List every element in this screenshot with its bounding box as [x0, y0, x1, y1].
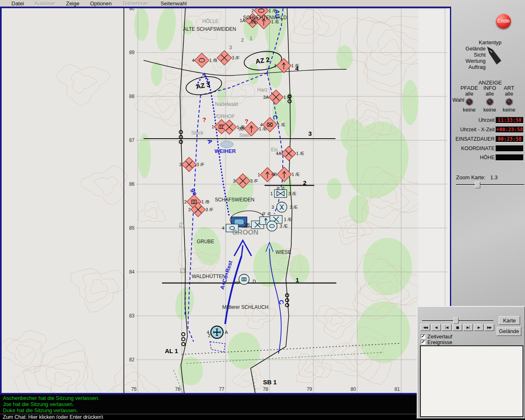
unit-designation: 2	[251, 8, 254, 13]
map-window[interactable]: 9089888786858483827576777879808121 /E1A1…	[0, 7, 452, 395]
unit-designation: 1	[258, 172, 260, 177]
map-label: 3	[308, 130, 312, 137]
anzeige-col-title: INFO	[480, 85, 500, 91]
zoom-karte-value: 1.3	[490, 174, 498, 180]
grid-row-label: 88	[129, 94, 135, 99]
chat-message: Joe hat die Sitzung verlassen.	[0, 401, 417, 407]
map-label: ?	[202, 116, 206, 123]
anzeige-keine-label: keine	[499, 107, 519, 113]
map-label: WIESE	[276, 249, 292, 255]
stop-button[interactable]: ■	[452, 324, 462, 331]
step-forward-button[interactable]: ▶|	[463, 324, 473, 331]
unit-designation: 1 /E	[283, 95, 292, 100]
anzeige-alle-label: alle	[480, 91, 500, 97]
unit-designation: 3 /F	[196, 162, 204, 167]
timeline-slider-thumb[interactable]	[453, 317, 459, 324]
anzeige-column-pfade: PFADEallekeine	[459, 85, 479, 113]
step-back-button[interactable]: |◀	[442, 324, 452, 331]
grid-col-label: 77	[219, 386, 225, 392]
map-label: WALDHÜTTEN	[192, 274, 226, 279]
unit-designation: 1 /E	[284, 217, 292, 222]
kartentyp-option-wertung[interactable]: Wertung	[451, 58, 486, 64]
unit-designation: 2	[188, 207, 191, 212]
display-row-uhrzeit: Uhrzeit11:33:58	[451, 117, 525, 123]
kartentyp-option-sicht[interactable]: Sicht	[451, 52, 486, 58]
rewind-button[interactable]: ◀◀	[420, 324, 430, 331]
rotary-knob-icon[interactable]	[505, 98, 514, 106]
karte-button[interactable]: Karte	[499, 316, 520, 325]
map-label: 2	[303, 179, 306, 186]
grid-row-label: 89	[129, 50, 135, 55]
anzeige-alle-label: alle	[499, 91, 519, 97]
kartentyp-option-auftrag[interactable]: Auftrag	[451, 64, 486, 70]
rotary-knob-icon[interactable]	[465, 98, 474, 106]
menu-item-zeige[interactable]: Zeige	[66, 0, 80, 7]
map-label: GRUBE	[197, 239, 215, 244]
anzeige-keine-label: keine	[480, 107, 500, 113]
zoom-slider-track	[456, 184, 524, 185]
menu-item-seitenwahl[interactable]: Seitenwahl	[160, 0, 187, 7]
checkbox-ereignisse[interactable]: Ereignisse	[421, 340, 452, 345]
unit-designation: 3B	[244, 222, 250, 227]
menu-item-optionen[interactable]: Optionen	[90, 0, 112, 7]
display-row-einsatzdauer: EINSATZDAUER00:23:58	[451, 136, 525, 142]
map-label: Nadelwald	[215, 101, 238, 107]
zoom-karte-row: Zoom Karte: 1.3	[456, 174, 498, 180]
map-label: GROON	[232, 228, 258, 236]
map-label: D	[253, 279, 256, 284]
zoom-karte-slider[interactable]	[456, 182, 524, 188]
grid-row-label: 86	[129, 181, 135, 187]
ende-button[interactable]: Ende	[496, 14, 511, 29]
display-label: Uhrzeit	[478, 117, 495, 123]
chat-log[interactable]: Aschenbecher hat die Sitzung verlassen.J…	[0, 395, 417, 414]
grid-row-label: 84	[129, 269, 135, 275]
kartentyp-option-gelnde[interactable]: Gelände	[451, 46, 486, 52]
unit-designation: A	[225, 330, 228, 335]
display-value: 00:23:58	[495, 136, 524, 142]
checkbox-box[interactable]	[421, 334, 425, 339]
fast-forward-button[interactable]: ▶▶	[484, 324, 494, 331]
unit-designation: 3	[272, 205, 274, 210]
display-label: KOORDINATE	[461, 146, 495, 151]
display-value: +00:23:58	[495, 126, 524, 133]
zoom-slider-thumb[interactable]	[475, 182, 480, 188]
map-label: VORHOF	[214, 114, 235, 119]
unit-designation: 3 /E	[290, 205, 298, 210]
unit-designation: 3 /E	[280, 224, 288, 228]
lake-weiher	[220, 141, 233, 148]
rotary-knob-icon[interactable]	[486, 98, 494, 106]
map-label: xo	[234, 280, 239, 285]
map-label: Mittlerer SCHLAUCH	[222, 304, 269, 310]
map-label: 1	[249, 35, 252, 41]
unit-designation: 1 /E	[277, 122, 285, 127]
checkbox-zeitverlauf[interactable]: Zeitverlauf	[421, 334, 452, 339]
zoom-karte-label: Zoom Karte:	[456, 174, 486, 180]
unit-designation: 3 /E	[288, 191, 297, 196]
map-label: Eis	[271, 147, 278, 153]
unit-designation: 3A	[263, 95, 269, 100]
tactical-map[interactable]: 9089888786858483827576777879808121 /E1A1…	[2, 8, 450, 393]
unit-designation: 2	[208, 333, 210, 338]
unit-designation: 1	[270, 191, 273, 196]
friendly-unit[interactable]	[239, 274, 249, 285]
display-row-uhrzeitxzeit: Uhrzeit - X-Zeit+00:23:58	[451, 126, 525, 133]
unit-designation: 2	[184, 199, 187, 204]
gelaende-button[interactable]: Gelände	[497, 327, 521, 336]
unit-designation: 3 /F	[205, 207, 213, 212]
play-button[interactable]: ▶	[474, 324, 484, 331]
map-label: WEIHER	[215, 148, 236, 154]
anzeige-keine-label: keine	[459, 107, 479, 113]
unit-designation: 1 /B	[209, 58, 217, 63]
map-label: SCHAFSWEIDEN	[215, 197, 255, 203]
grid-row-label: 82	[129, 357, 135, 363]
checkbox-box[interactable]	[421, 340, 425, 345]
anzeige-column-art: ARTallekeine	[499, 85, 519, 113]
kartentyp-title: Kartentyp	[468, 39, 513, 46]
map-label: ALTE SCHAFSWEIDEN	[183, 26, 236, 32]
unit-designation: 3B	[239, 126, 244, 131]
back-button[interactable]: ◀	[431, 324, 441, 331]
event-list[interactable]	[420, 345, 523, 417]
menu-item-datei[interactable]: Datei	[11, 0, 24, 7]
timeline-slider[interactable]	[422, 317, 493, 324]
grid-col-label: 80	[351, 386, 356, 392]
